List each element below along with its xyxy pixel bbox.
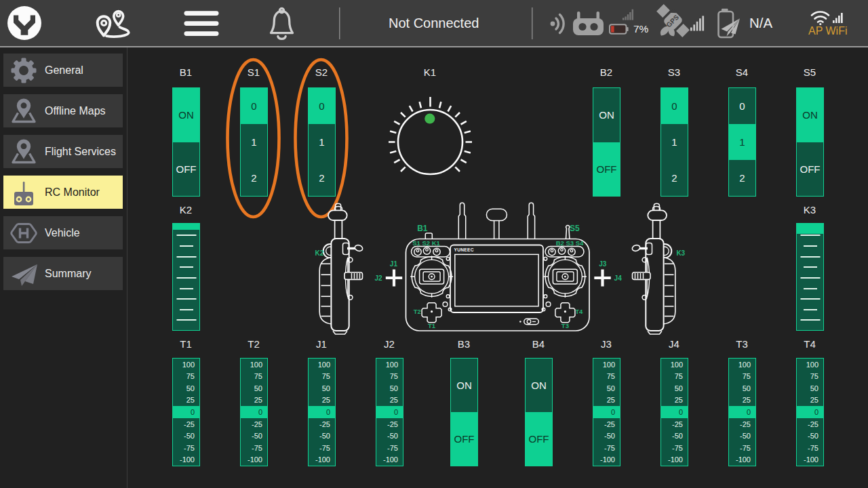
svg-text:J4: J4 bbox=[614, 274, 623, 282]
svg-text:J1: J1 bbox=[390, 260, 398, 268]
svg-text:J2: J2 bbox=[375, 274, 383, 282]
svg-text:YUNEEC: YUNEEC bbox=[454, 247, 474, 252]
svg-text:T1: T1 bbox=[428, 322, 436, 329]
svg-text:B1: B1 bbox=[417, 224, 428, 233]
svg-text:T2: T2 bbox=[414, 308, 421, 315]
svg-text:B2 S3 S4: B2 S3 S4 bbox=[556, 239, 584, 247]
svg-text:S1 S2 K1: S1 S2 K1 bbox=[412, 239, 440, 247]
svg-text:S5: S5 bbox=[570, 224, 580, 233]
svg-text:T3: T3 bbox=[561, 322, 569, 329]
svg-text:K3: K3 bbox=[676, 249, 685, 257]
svg-text:K2: K2 bbox=[315, 249, 324, 257]
svg-text:T4: T4 bbox=[575, 308, 583, 315]
svg-text:J3: J3 bbox=[599, 260, 607, 268]
